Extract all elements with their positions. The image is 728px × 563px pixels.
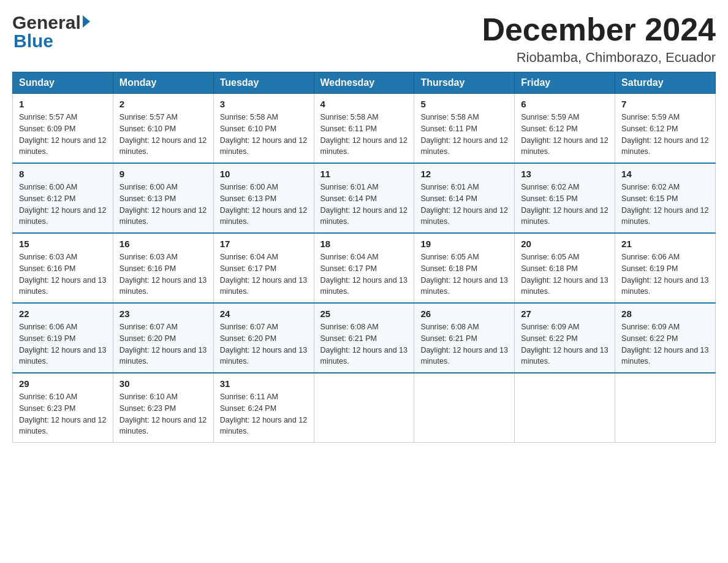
table-row [515, 373, 615, 443]
day-info: Sunrise: 6:07 AMSunset: 6:20 PMDaylight:… [220, 323, 307, 366]
day-number: 21 [621, 239, 709, 249]
logo-general-text: General [12, 12, 81, 33]
logo-arrow-icon [83, 15, 90, 28]
table-row: 18 Sunrise: 6:04 AMSunset: 6:17 PMDaylig… [314, 233, 414, 303]
day-number: 20 [521, 239, 609, 249]
day-number: 13 [521, 169, 609, 179]
day-info: Sunrise: 6:03 AMSunset: 6:16 PMDaylight:… [19, 253, 106, 296]
title-area: December 2024 Riobamba, Chimborazo, Ecua… [482, 12, 716, 66]
day-number: 6 [521, 99, 609, 109]
day-info: Sunrise: 6:09 AMSunset: 6:22 PMDaylight:… [521, 323, 608, 366]
table-row: 11 Sunrise: 6:01 AMSunset: 6:14 PMDaylig… [314, 163, 414, 233]
table-row: 23 Sunrise: 6:07 AMSunset: 6:20 PMDaylig… [113, 303, 213, 373]
header-thursday: Thursday [414, 72, 515, 94]
table-row [414, 373, 515, 443]
table-row: 30 Sunrise: 6:10 AMSunset: 6:23 PMDaylig… [113, 373, 213, 443]
day-info: Sunrise: 6:11 AMSunset: 6:24 PMDaylight:… [220, 393, 307, 435]
calendar-week-row: 29 Sunrise: 6:10 AMSunset: 6:23 PMDaylig… [13, 373, 716, 443]
table-row: 17 Sunrise: 6:04 AMSunset: 6:17 PMDaylig… [213, 233, 314, 303]
day-number: 29 [19, 378, 107, 389]
day-info: Sunrise: 6:05 AMSunset: 6:18 PMDaylight:… [420, 253, 507, 296]
table-row: 10 Sunrise: 6:00 AMSunset: 6:13 PMDaylig… [213, 163, 314, 233]
table-row: 6 Sunrise: 5:59 AMSunset: 6:12 PMDayligh… [515, 94, 615, 164]
day-number: 19 [420, 239, 508, 249]
day-number: 3 [220, 99, 308, 109]
day-number: 7 [621, 99, 709, 109]
table-row: 2 Sunrise: 5:57 AMSunset: 6:10 PMDayligh… [113, 94, 213, 164]
day-info: Sunrise: 6:05 AMSunset: 6:18 PMDaylight:… [521, 253, 608, 296]
day-info: Sunrise: 6:02 AMSunset: 6:15 PMDaylight:… [521, 183, 608, 226]
calendar-table: Sunday Monday Tuesday Wednesday Thursday… [12, 72, 716, 443]
calendar-week-row: 22 Sunrise: 6:06 AMSunset: 6:19 PMDaylig… [13, 303, 716, 373]
day-number: 22 [19, 308, 107, 319]
table-row [314, 373, 414, 443]
table-row: 28 Sunrise: 6:09 AMSunset: 6:22 PMDaylig… [615, 303, 716, 373]
table-row: 12 Sunrise: 6:01 AMSunset: 6:14 PMDaylig… [414, 163, 515, 233]
day-info: Sunrise: 6:00 AMSunset: 6:13 PMDaylight:… [119, 183, 207, 226]
day-info: Sunrise: 6:04 AMSunset: 6:17 PMDaylight:… [220, 253, 307, 296]
table-row: 29 Sunrise: 6:10 AMSunset: 6:23 PMDaylig… [13, 373, 113, 443]
table-row: 22 Sunrise: 6:06 AMSunset: 6:19 PMDaylig… [13, 303, 113, 373]
day-number: 28 [621, 308, 709, 319]
day-info: Sunrise: 5:57 AMSunset: 6:09 PMDaylight:… [19, 113, 106, 156]
day-info: Sunrise: 6:06 AMSunset: 6:19 PMDaylight:… [621, 253, 708, 296]
day-info: Sunrise: 6:00 AMSunset: 6:12 PMDaylight:… [19, 183, 106, 226]
day-number: 5 [420, 99, 508, 109]
day-info: Sunrise: 6:07 AMSunset: 6:20 PMDaylight:… [119, 323, 207, 366]
header-monday: Monday [113, 72, 213, 94]
header-tuesday: Tuesday [213, 72, 314, 94]
day-number: 10 [220, 169, 308, 179]
day-info: Sunrise: 6:01 AMSunset: 6:14 PMDaylight:… [420, 183, 507, 226]
table-row: 8 Sunrise: 6:00 AMSunset: 6:12 PMDayligh… [13, 163, 113, 233]
day-number: 2 [119, 99, 207, 109]
day-number: 14 [621, 169, 709, 179]
table-row: 16 Sunrise: 6:03 AMSunset: 6:16 PMDaylig… [113, 233, 213, 303]
table-row: 9 Sunrise: 6:00 AMSunset: 6:13 PMDayligh… [113, 163, 213, 233]
day-number: 25 [320, 308, 408, 319]
calendar-week-row: 15 Sunrise: 6:03 AMSunset: 6:16 PMDaylig… [13, 233, 716, 303]
header-saturday: Saturday [615, 72, 716, 94]
day-info: Sunrise: 5:58 AMSunset: 6:11 PMDaylight:… [420, 113, 507, 156]
day-info: Sunrise: 5:57 AMSunset: 6:10 PMDaylight:… [119, 113, 207, 156]
table-row: 20 Sunrise: 6:05 AMSunset: 6:18 PMDaylig… [515, 233, 615, 303]
table-row: 7 Sunrise: 5:59 AMSunset: 6:12 PMDayligh… [615, 94, 716, 164]
day-number: 16 [119, 239, 207, 249]
day-number: 8 [19, 169, 107, 179]
day-number: 1 [19, 99, 107, 109]
day-info: Sunrise: 5:59 AMSunset: 6:12 PMDaylight:… [621, 113, 708, 156]
table-row: 21 Sunrise: 6:06 AMSunset: 6:19 PMDaylig… [615, 233, 716, 303]
day-info: Sunrise: 6:01 AMSunset: 6:14 PMDaylight:… [320, 183, 408, 226]
table-row: 19 Sunrise: 6:05 AMSunset: 6:18 PMDaylig… [414, 233, 515, 303]
day-number: 9 [119, 169, 207, 179]
day-info: Sunrise: 5:58 AMSunset: 6:10 PMDaylight:… [220, 113, 307, 156]
day-number: 15 [19, 239, 107, 249]
day-number: 17 [220, 239, 308, 249]
calendar-week-row: 1 Sunrise: 5:57 AMSunset: 6:09 PMDayligh… [13, 94, 716, 164]
table-row: 5 Sunrise: 5:58 AMSunset: 6:11 PMDayligh… [414, 94, 515, 164]
logo-blue-text: Blue [13, 31, 53, 52]
table-row [615, 373, 716, 443]
table-row: 4 Sunrise: 5:58 AMSunset: 6:11 PMDayligh… [314, 94, 414, 164]
calendar-week-row: 8 Sunrise: 6:00 AMSunset: 6:12 PMDayligh… [13, 163, 716, 233]
logo: General Blue [12, 12, 90, 52]
location-title: Riobamba, Chimborazo, Ecuador [482, 50, 716, 66]
header-friday: Friday [515, 72, 615, 94]
table-row: 25 Sunrise: 6:08 AMSunset: 6:21 PMDaylig… [314, 303, 414, 373]
day-info: Sunrise: 5:59 AMSunset: 6:12 PMDaylight:… [521, 113, 608, 156]
day-number: 27 [521, 308, 609, 319]
header-wednesday: Wednesday [314, 72, 414, 94]
month-title: December 2024 [482, 12, 716, 47]
day-number: 18 [320, 239, 408, 249]
day-number: 12 [420, 169, 508, 179]
day-info: Sunrise: 6:09 AMSunset: 6:22 PMDaylight:… [621, 323, 708, 366]
table-row: 27 Sunrise: 6:09 AMSunset: 6:22 PMDaylig… [515, 303, 615, 373]
day-number: 30 [119, 378, 207, 389]
table-row: 14 Sunrise: 6:02 AMSunset: 6:15 PMDaylig… [615, 163, 716, 233]
day-number: 23 [119, 308, 207, 319]
table-row: 26 Sunrise: 6:08 AMSunset: 6:21 PMDaylig… [414, 303, 515, 373]
day-number: 24 [220, 308, 308, 319]
day-number: 31 [220, 378, 308, 389]
page-header: General Blue December 2024 Riobamba, Chi… [12, 12, 716, 66]
day-number: 11 [320, 169, 408, 179]
day-number: 26 [420, 308, 508, 319]
